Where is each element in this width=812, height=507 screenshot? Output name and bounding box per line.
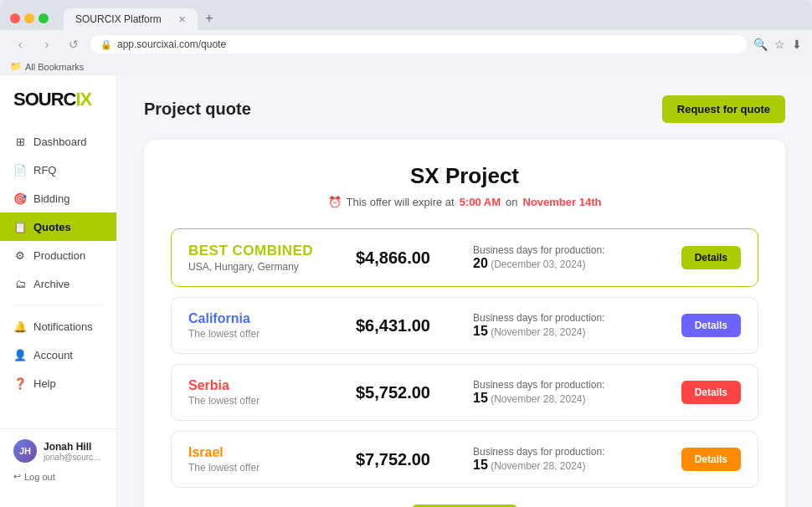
account-icon: 👤 <box>13 348 27 361</box>
toolbar-actions: 🔍 ☆ ⬇ <box>753 38 802 51</box>
download-icon[interactable]: ⬇ <box>792 38 802 51</box>
production-days-israel: 15 <box>473 458 488 472</box>
dashboard-icon: ⊞ <box>13 135 27 148</box>
app-container: SOURCIX ⊞ Dashboard 📄 RFQ 🎯 Bidding 📋 Qu… <box>0 75 812 507</box>
supplier-name-best: Best combined <box>188 243 356 259</box>
sidebar-label-rfq: RFQ <box>33 164 56 177</box>
clock-icon: ⏰ <box>328 196 342 208</box>
price-serbia: $5,752.00 <box>356 383 473 402</box>
sidebar-label-archive: Archive <box>33 278 69 290</box>
price-california: $6,431.00 <box>356 316 473 335</box>
expiry-conjunction: on <box>506 196 517 208</box>
sidebar-item-bidding[interactable]: 🎯 Bidding <box>0 184 116 213</box>
supplier-name-serbia: Serbia <box>188 378 356 393</box>
address-bar[interactable]: 🔒 app.sourcixai.com/quote <box>90 35 747 54</box>
sidebar-item-rfq[interactable]: 📄 RFQ <box>0 156 116 184</box>
lowest-offer-california: The lowest offer <box>188 328 356 340</box>
quotes-icon: 📋 <box>13 220 27 233</box>
production-icon: ⚙ <box>13 248 27 262</box>
expiry-date: November 14th <box>523 196 602 208</box>
quote-row-california: California The lowest offer $6,431.00 Bu… <box>171 297 758 354</box>
production-label-israel: Business days for production: <box>473 446 681 458</box>
sidebar-label-dashboard: Dashboard <box>33 136 87 148</box>
forward-button[interactable]: › <box>37 34 57 54</box>
expiry-time: 5:00 AM <box>460 196 501 208</box>
production-date-best: (December 03, 2024) <box>491 259 585 270</box>
main-content: Project quote Request for quote SX Proje… <box>117 75 812 507</box>
tab-bar: SOURCIX Platform ✕ + <box>64 7 762 30</box>
sidebar-item-quotes[interactable]: 📋 Quotes <box>0 213 116 241</box>
lowest-offer-serbia: The lowest offer <box>188 395 356 407</box>
supplier-california: California The lowest offer <box>188 311 356 340</box>
supplier-countries: USA, Hungary, Germany <box>188 261 356 273</box>
nav-section: ⊞ Dashboard 📄 RFQ 🎯 Bidding 📋 Quotes ⚙ P… <box>0 127 116 428</box>
sidebar-label-notifications: Notifications <box>33 320 93 333</box>
sidebar-item-account[interactable]: 👤 Account <box>0 341 116 369</box>
price-israel: $7,752.00 <box>356 450 473 469</box>
browser-toolbar: ‹ › ↺ 🔒 app.sourcixai.com/quote 🔍 ☆ ⬇ <box>0 30 812 59</box>
supplier-serbia: Serbia The lowest offer <box>188 378 356 407</box>
user-details: Jonah Hill jonah@sourcixai.com <box>44 441 103 462</box>
sidebar-item-production[interactable]: ⚙ Production <box>0 241 116 269</box>
production-israel: Business days for production: 15 (Novemb… <box>473 446 681 473</box>
sidebar-item-archive[interactable]: 🗂 Archive <box>0 269 116 298</box>
production-date-serbia: (November 28, 2024) <box>491 393 585 405</box>
details-button-israel[interactable]: Details <box>681 448 741 471</box>
price-best: $4,866.00 <box>356 248 473 268</box>
sidebar-item-notifications[interactable]: 🔔 Notifications <box>0 312 116 341</box>
maximize-button[interactable] <box>39 13 49 23</box>
quote-card: SX Project ⏰ This offer will expire at 5… <box>144 140 785 507</box>
production-california: Business days for production: 15 (Novemb… <box>473 312 681 339</box>
sidebar-item-dashboard[interactable]: ⊞ Dashboard <box>0 127 116 156</box>
bidding-icon: 🎯 <box>13 192 27 205</box>
close-button[interactable] <box>10 13 20 23</box>
tab-title: SOURCIX Platform <box>75 13 162 25</box>
production-days-serbia: 15 <box>473 391 488 405</box>
user-section: JH Jonah Hill jonah@sourcixai.com ↩ Log … <box>0 428 116 494</box>
sidebar-label-bidding: Bidding <box>33 192 69 205</box>
back-button[interactable]: ‹ <box>10 34 30 54</box>
project-title: SX Project <box>171 163 758 189</box>
user-info: JH Jonah Hill jonah@sourcixai.com <box>13 439 103 463</box>
production-date-israel: (November 28, 2024) <box>491 460 585 472</box>
tab-close-icon[interactable]: ✕ <box>178 14 186 25</box>
page-title: Project quote <box>144 100 251 119</box>
bookmarks-bar: 📁 All Bookmarks <box>0 59 812 75</box>
supplier-name-israel: Israel <box>188 445 356 460</box>
search-icon[interactable]: 🔍 <box>753 38 768 51</box>
page-header: Project quote Request for quote <box>144 95 785 123</box>
request-quote-button[interactable]: Request for quote <box>662 95 785 123</box>
quote-row-israel: Israel The lowest offer $7,752.00 Busine… <box>171 431 758 488</box>
expiry-text: This offer will expire at <box>347 196 455 208</box>
sidebar-label-production: Production <box>33 249 85 262</box>
archive-icon: 🗂 <box>13 277 27 290</box>
details-button-california[interactable]: Details <box>681 314 741 337</box>
rfq-icon: 📄 <box>13 163 27 177</box>
quote-expiry: ⏰ This offer will expire at 5:00 AM on N… <box>171 196 758 208</box>
active-tab[interactable]: SOURCIX Platform ✕ <box>64 8 198 30</box>
user-email: jonah@sourcixai.com <box>44 453 103 462</box>
bookmark-icon[interactable]: ☆ <box>774 38 785 51</box>
url-text: app.sourcixai.com/quote <box>117 38 226 50</box>
new-tab-button[interactable]: + <box>198 7 221 30</box>
sidebar-label-quotes: Quotes <box>33 221 71 233</box>
details-button-serbia[interactable]: Details <box>681 381 741 404</box>
logout-button[interactable]: ↩ Log out <box>13 469 103 484</box>
details-button-best[interactable]: Details <box>681 246 741 269</box>
refresh-button[interactable]: ↺ <box>64 34 84 54</box>
lowest-offer-israel: The lowest offer <box>188 462 356 474</box>
notifications-icon: 🔔 <box>13 320 27 333</box>
minimize-button[interactable] <box>24 13 34 23</box>
production-label-california: Business days for production: <box>473 312 681 324</box>
supplier-best: Best combined USA, Hungary, Germany <box>188 243 356 273</box>
quote-row-serbia: Serbia The lowest offer $5,752.00 Busine… <box>171 364 758 421</box>
production-days-best: 20 <box>473 256 488 270</box>
bookmarks-label: All Bookmarks <box>25 62 84 72</box>
browser-chrome: SOURCIX Platform ✕ + ‹ › ↺ 🔒 app.sourcix… <box>0 0 812 75</box>
sidebar-item-help[interactable]: ❓ Help <box>0 369 116 397</box>
avatar: JH <box>13 439 37 463</box>
production-best: Business days for production: 20 (Decemb… <box>473 244 681 271</box>
production-label-serbia: Business days for production: <box>473 379 681 391</box>
sidebar: SOURCIX ⊞ Dashboard 📄 RFQ 🎯 Bidding 📋 Qu… <box>0 75 117 507</box>
nav-divider <box>13 305 103 305</box>
